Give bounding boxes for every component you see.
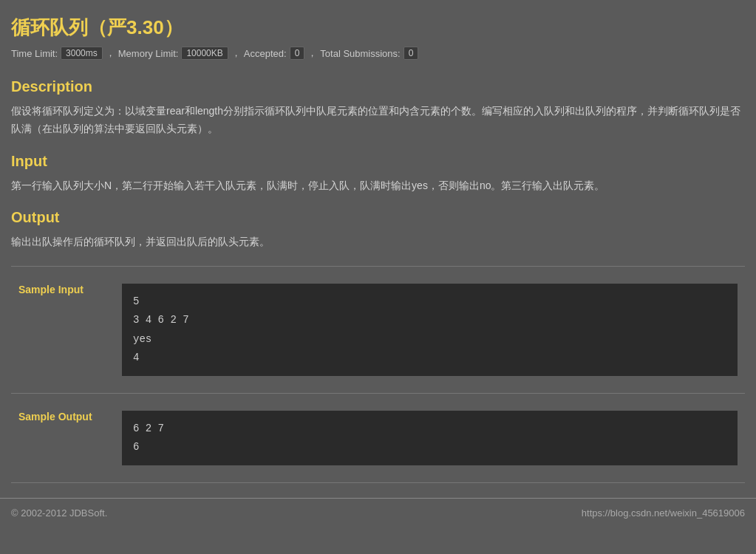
problem-meta: Time Limit: 3000ms ， Memory Limit: 10000… — [11, 47, 745, 60]
accepted-value: 0 — [290, 47, 305, 60]
footer-url: https://blog.csdn.net/weixin_45619006 — [582, 507, 745, 519]
memory-limit-label: Memory Limit: — [118, 48, 179, 59]
output-content: 输出出队操作后的循环队列，并返回出队后的队头元素。 — [11, 233, 745, 251]
sample-input-box: 53 4 6 2 7yes4 — [122, 284, 738, 376]
meta-comma-3: ， — [307, 47, 317, 60]
description-title: Description — [11, 78, 745, 95]
input-content: 第一行输入队列大小N，第二行开始输入若干入队元素，队满时，停止入队，队满时输出y… — [11, 177, 745, 195]
output-section: Output 输出出队操作后的循环队列，并返回出队后的队头元素。 — [11, 209, 745, 251]
time-limit-value: 3000ms — [61, 47, 103, 60]
accepted-label: Accepted: — [244, 48, 287, 59]
sample-output-table: Sample Output 6 2 76 — [11, 405, 745, 471]
footer-copyright: © 2002-2012 JDBSoft. — [11, 507, 107, 519]
time-limit-label: Time Limit: — [11, 48, 58, 59]
output-title: Output — [11, 209, 745, 226]
submissions-label: Total Submissions: — [320, 48, 400, 59]
sample-input-table: Sample Input 53 4 6 2 7yes4 — [11, 278, 745, 382]
description-section: Description 假设将循环队列定义为：以域变量rear和length分别… — [11, 78, 745, 138]
problem-title: 循环队列（严3.30） — [11, 15, 745, 41]
sample-divider-bot — [11, 482, 745, 483]
memory-limit-value: 10000KB — [181, 47, 228, 60]
sample-divider-mid — [11, 393, 745, 394]
sample-output-box: 6 2 76 — [122, 411, 738, 465]
footer: © 2002-2012 JDBSoft. https://blog.csdn.n… — [0, 498, 756, 527]
sample-input-label: Sample Input — [11, 278, 115, 382]
description-content: 假设将循环队列定义为：以域变量rear和length分别指示循环队列中队尾元素的… — [11, 103, 745, 138]
meta-comma-1: ， — [106, 47, 115, 60]
submissions-value: 0 — [403, 47, 419, 60]
meta-comma-2: ， — [231, 47, 241, 60]
input-title: Input — [11, 153, 745, 170]
input-section: Input 第一行输入队列大小N，第二行开始输入若干入队元素，队满时，停止入队，… — [11, 153, 745, 195]
sample-divider-top — [11, 266, 745, 267]
page-container: 循环队列（严3.30） Time Limit: 3000ms ， Memory … — [0, 0, 756, 483]
sample-output-label: Sample Output — [11, 405, 115, 471]
